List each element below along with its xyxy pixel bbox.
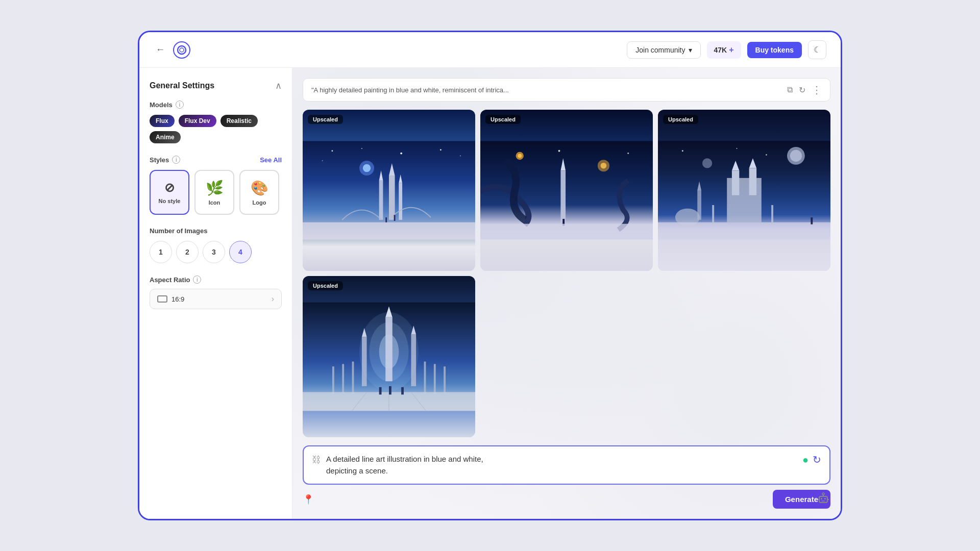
svg-point-8: [322, 160, 323, 161]
join-community-button[interactable]: Join community ▾: [627, 41, 700, 59]
svg-point-5: [400, 153, 402, 155]
see-all-button[interactable]: See All: [260, 156, 282, 164]
refresh-prompt-button[interactable]: ↻: [798, 84, 806, 96]
models-row: Flux Flux Dev Realistic Anime: [150, 115, 282, 143]
model-chip-fluxdev[interactable]: Flux Dev: [179, 115, 216, 127]
svg-rect-65: [444, 366, 446, 393]
styles-row: ⊘ No style 🌿 Icon 🎨 Logo: [150, 170, 282, 215]
text-input-card: ⛓ A detailed line art illustration in bl…: [303, 445, 830, 485]
svg-rect-74: [821, 498, 822, 499]
aspect-ratio-value: 16:9: [172, 295, 184, 303]
icon-style-icon: 🌿: [206, 180, 224, 196]
input-actions: ● ↻: [802, 454, 821, 466]
styles-label: Styles i: [150, 156, 180, 164]
main-content: General Settings ∧ Models i Flux Flux De…: [139, 68, 841, 519]
back-button[interactable]: ←: [154, 42, 167, 57]
logo-style-label: Logo: [253, 199, 266, 206]
svg-point-26: [627, 153, 629, 154]
upscaled-badge-3: Upscaled: [663, 115, 698, 124]
buy-tokens-button[interactable]: Buy tokens: [747, 42, 802, 58]
svg-point-33: [790, 150, 802, 162]
chevron-down-icon: ▾: [689, 46, 692, 54]
image-card-1[interactable]: Upscaled: [303, 110, 475, 271]
models-info-icon: i: [176, 101, 184, 109]
model-chip-flux[interactable]: Flux: [150, 115, 175, 127]
aspect-ratio-left: 16:9: [157, 295, 184, 303]
tokens-plus: +: [729, 45, 733, 55]
logo-icon: [173, 41, 190, 59]
dark-mode-button[interactable]: ☾: [808, 40, 826, 59]
svg-rect-40: [749, 168, 756, 195]
robot-button[interactable]: [816, 491, 830, 509]
svg-rect-27: [560, 170, 566, 224]
location-button[interactable]: 📍: [303, 494, 314, 505]
model-chip-anime[interactable]: Anime: [150, 131, 181, 143]
join-community-label: Join community: [635, 46, 685, 54]
copy-prompt-button[interactable]: ⧉: [786, 84, 794, 96]
svg-rect-72: [401, 387, 404, 394]
svg-point-4: [361, 148, 362, 149]
svg-rect-64: [434, 364, 436, 393]
regenerate-button[interactable]: ↻: [813, 454, 821, 466]
prompt-text: "A highly detailed painting in blue and …: [311, 86, 781, 94]
svg-rect-15: [399, 183, 402, 220]
header-left: ←: [154, 41, 190, 59]
svg-point-10: [363, 164, 371, 172]
svg-point-7: [460, 155, 461, 156]
svg-rect-75: [824, 498, 826, 499]
style-card-icon[interactable]: 🌿 Icon: [194, 170, 234, 215]
style-card-logo[interactable]: 🎨 Logo: [239, 170, 279, 215]
svg-rect-56: [362, 337, 367, 386]
svg-rect-13: [389, 176, 395, 220]
upscaled-badge-2: Upscaled: [485, 115, 521, 124]
image-card-3[interactable]: Upscaled: [658, 110, 830, 271]
svg-rect-47: [771, 205, 773, 222]
header: ← Join community ▾ 47K + Buy tokens ☾: [139, 32, 841, 68]
aspect-ratio-icon: [157, 295, 167, 303]
svg-rect-71: [389, 386, 391, 394]
svg-rect-70: [379, 387, 382, 394]
bottom-row: 📍 Generate: [303, 490, 830, 509]
svg-point-6: [440, 149, 442, 151]
collapse-button[interactable]: ∧: [275, 80, 282, 91]
svg-rect-11: [379, 181, 383, 220]
svg-point-25: [558, 150, 560, 152]
svg-point-35: [682, 150, 683, 152]
style-card-no-style[interactable]: ⊘ No style: [150, 170, 189, 215]
num-images-row: 1 2 3 4: [150, 241, 282, 263]
svg-rect-61: [342, 364, 344, 393]
aspect-ratio-selector[interactable]: 16:9 ›: [150, 289, 282, 309]
logo-style-icon: 🎨: [251, 180, 268, 196]
svg-point-36: [737, 148, 738, 149]
svg-rect-46: [712, 205, 714, 222]
aspect-ratio-chevron-icon: ›: [272, 294, 274, 304]
styles-info-icon: i: [172, 156, 180, 164]
model-chip-realistic[interactable]: Realistic: [220, 115, 258, 127]
prompt-actions: ⧉ ↻: [786, 84, 806, 96]
prompt-bar: "A highly detailed painting in blue and …: [303, 78, 830, 102]
upscaled-badge-1: Upscaled: [308, 115, 343, 124]
svg-rect-58: [411, 335, 416, 386]
svg-rect-62: [352, 362, 354, 394]
svg-rect-60: [332, 366, 334, 393]
num-btn-4[interactable]: 4: [229, 241, 252, 263]
styles-header: Styles i See All: [150, 156, 282, 164]
section-title: General Settings: [150, 81, 214, 90]
num-btn-2[interactable]: 2: [176, 241, 199, 263]
no-style-icon: ⊘: [164, 181, 175, 195]
svg-point-1: [180, 48, 184, 52]
svg-rect-17: [303, 222, 475, 240]
enhance-button[interactable]: ●: [802, 454, 808, 466]
more-options-button[interactable]: ⋮: [812, 84, 822, 96]
section-header: General Settings ∧: [150, 80, 282, 91]
aspect-ratio-label: Aspect Ratio i: [150, 276, 282, 284]
image-card-2[interactable]: Upscaled: [480, 110, 653, 271]
prompt-input[interactable]: A detailed line art illustration in blue…: [326, 454, 797, 477]
image-card-4[interactable]: Upscaled: [303, 276, 475, 437]
text-input-row: ⛓ A detailed line art illustration in bl…: [312, 454, 821, 477]
num-btn-3[interactable]: 3: [203, 241, 225, 263]
num-btn-1[interactable]: 1: [150, 241, 172, 263]
svg-point-34: [702, 158, 712, 168]
sidebar: General Settings ∧ Models i Flux Flux De…: [139, 68, 292, 519]
attach-button[interactable]: ⛓: [312, 454, 321, 465]
